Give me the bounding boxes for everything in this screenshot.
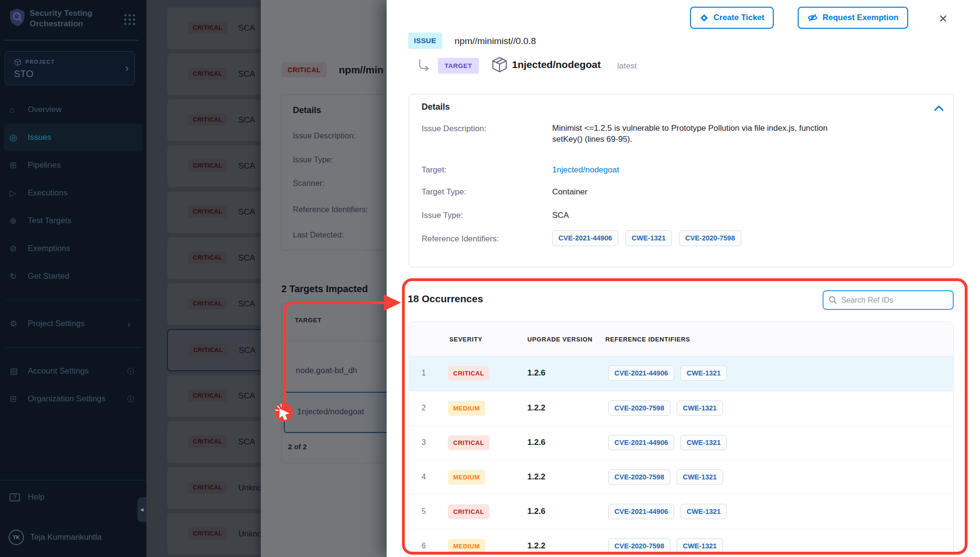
reference-chip[interactable]: CVE-2021-44906 <box>552 230 618 246</box>
occurrence-row[interactable]: 1 CRITICAL 1.2.6 CVE-2021-44906CWE-1321 <box>409 356 953 391</box>
sidebar-item[interactable] <box>6 347 141 348</box>
sidebar-item[interactable]: Account Settings <box>0 357 146 385</box>
reference-chip[interactable]: CVE-2020-7598 <box>608 469 670 485</box>
column-header: UPGRADE VERSION <box>527 336 592 343</box>
occurrences-rows: 1 CRITICAL 1.2.6 CVE-2021-44906CWE-1321 … <box>409 356 953 557</box>
row-number: 1 <box>422 369 426 377</box>
sidebar-item[interactable]: Pipelines <box>0 151 146 179</box>
occurrence-row[interactable]: 6 MEDIUM 1.2.2 CVE-2020-7598CWE-1321 <box>409 529 953 557</box>
details-card: Details Issue Description: Minimist <=1.… <box>409 94 954 267</box>
user-menu[interactable]: TK Teja Kummarikuntla <box>9 530 101 545</box>
sidebar-item[interactable]: Executions <box>0 179 146 207</box>
diamond-ticket-icon <box>700 13 709 23</box>
module-grid-icon[interactable] <box>122 12 137 27</box>
occurrences-heading: 18 Occurrences <box>408 293 483 305</box>
project-label: PROJECT <box>25 59 55 65</box>
help-icon: ? <box>10 493 20 501</box>
nav-trailing-icon <box>127 367 146 376</box>
chevron-right-icon[interactable]: › <box>125 62 129 75</box>
nav-trailing-icon <box>127 318 146 330</box>
sidebar-item-label: Organization Settings <box>28 394 127 404</box>
target-link[interactable]: 1njected/nodegoat <box>552 165 619 175</box>
app-title: Security Testing Orchestration <box>30 8 92 29</box>
sidebar-item-label: Get Started <box>28 272 127 281</box>
search-input[interactable] <box>841 296 937 305</box>
issue-badge: ISSUE <box>408 33 442 49</box>
close-icon[interactable]: ✕ <box>935 11 951 27</box>
reference-chip[interactable]: CVE-2020-7598 <box>608 400 670 416</box>
sidebar-item[interactable]: Get Started <box>0 262 146 290</box>
field-label: Target: <box>422 165 446 175</box>
sidebar-item[interactable]: Exemptions <box>0 235 146 262</box>
reference-chip[interactable]: CWE-1321 <box>680 435 727 450</box>
reference-chip[interactable]: CWE-1321 <box>625 230 672 246</box>
create-ticket-label: Create Ticket <box>713 13 764 23</box>
sidebar-item[interactable] <box>6 300 141 300</box>
sidebar-nav: Overview Issues Pipelines Executions <box>0 96 146 413</box>
reference-chip[interactable]: CVE-2021-44906 <box>608 365 674 381</box>
severity-badge: MEDIUM <box>448 539 485 554</box>
upgrade-version: 1.2.2 <box>527 403 546 413</box>
occurrence-row[interactable]: 5 CRITICAL 1.2.6 CVE-2021-44906CWE-1321 <box>409 494 953 529</box>
reference-identifier-chips: CVE-2020-7598CWE-1321 <box>608 400 723 416</box>
nav-item-icon <box>10 160 28 171</box>
reference-identifier-chips: CVE-2021-44906CWE-1321 <box>608 435 727 450</box>
sidebar-item-label: Overview <box>28 105 127 114</box>
row-number: 4 <box>422 473 426 481</box>
reference-chip[interactable]: CVE-2021-44906 <box>608 435 674 450</box>
search-icon <box>828 296 837 305</box>
reference-chip[interactable]: CWE-1321 <box>677 469 723 485</box>
sidebar-item-label: Account Settings <box>28 366 127 376</box>
project-cube-icon <box>14 58 22 66</box>
nav-item-icon <box>10 132 28 143</box>
nav-trailing-icon <box>127 395 146 404</box>
package-box-icon <box>491 56 508 74</box>
reference-chip[interactable]: CVE-2020-7598 <box>608 538 670 554</box>
occurrence-row[interactable]: 2 MEDIUM 1.2.2 CVE-2020-7598CWE-1321 <box>409 391 953 425</box>
sidebar: Security Testing Orchestration PROJECT S… <box>0 0 146 557</box>
occurrences-table-header: SEVERITY UPGRADE VERSION REFERENCE IDENT… <box>409 322 953 356</box>
target-name: 1njected/nodegoat <box>512 59 601 70</box>
request-exemption-label: Request Exemption <box>823 13 899 23</box>
column-header: REFERENCE IDENTIFIERS <box>605 336 690 343</box>
severity-badge: MEDIUM <box>448 470 485 485</box>
sidebar-item[interactable]: Project Settings <box>0 310 146 338</box>
reference-chip[interactable]: CWE-1321 <box>677 538 723 554</box>
severity-badge: CRITICAL <box>448 435 490 450</box>
nav-item-icon <box>10 394 28 404</box>
field-label: Issue Type: <box>422 211 463 220</box>
reference-chip[interactable]: CWE-1321 <box>680 504 727 519</box>
severity-badge: CRITICAL <box>448 366 490 381</box>
issue-name: npm//minimist//0.0.8 <box>455 36 536 46</box>
reference-chip[interactable]: CWE-1321 <box>680 365 727 381</box>
sidebar-item[interactable]: Test Targets <box>0 207 146 235</box>
nav-item-icon <box>10 105 28 115</box>
create-ticket-button[interactable]: Create Ticket <box>690 7 774 29</box>
reference-chip[interactable]: CVE-2020-7598 <box>679 230 741 246</box>
help-button[interactable]: ? Help <box>10 492 45 502</box>
sidebar-item-label: Exemptions <box>28 244 127 253</box>
chevron-up-icon[interactable] <box>933 104 945 113</box>
upgrade-version: 1.2.2 <box>527 541 546 551</box>
upgrade-version: 1.2.6 <box>527 438 546 447</box>
reference-chip[interactable]: CWE-1321 <box>677 400 723 416</box>
issue-description-value: Minimist <=1.2.5 is vulnerable to Protot… <box>552 123 827 145</box>
sidebar-collapse-handle[interactable]: ◀ <box>137 497 146 522</box>
sidebar-item[interactable]: Overview <box>0 96 146 124</box>
occurrence-row[interactable]: 3 CRITICAL 1.2.6 CVE-2021-44906CWE-1321 <box>409 425 953 460</box>
target-type-value: Container <box>552 187 588 197</box>
project-name: STO <box>14 68 33 80</box>
search-ref-ids[interactable] <box>823 290 954 310</box>
occurrence-row[interactable]: 4 MEDIUM 1.2.2 CVE-2020-7598CWE-1321 <box>409 460 953 494</box>
reference-chip[interactable]: CVE-2021-44906 <box>608 504 674 519</box>
sidebar-item[interactable]: Issues <box>4 124 143 151</box>
field-label: Target Type: <box>422 187 466 197</box>
sidebar-item[interactable]: Organization Settings <box>0 385 146 413</box>
help-label: Help <box>28 492 45 502</box>
project-selector[interactable]: PROJECT STO › <box>5 51 135 85</box>
modal-overlay <box>146 0 387 557</box>
nav-item-icon <box>10 366 28 376</box>
request-exemption-button[interactable]: Request Exemption <box>798 7 908 29</box>
nav-item-icon <box>10 188 28 198</box>
sidebar-item-label: Project Settings <box>28 319 127 329</box>
